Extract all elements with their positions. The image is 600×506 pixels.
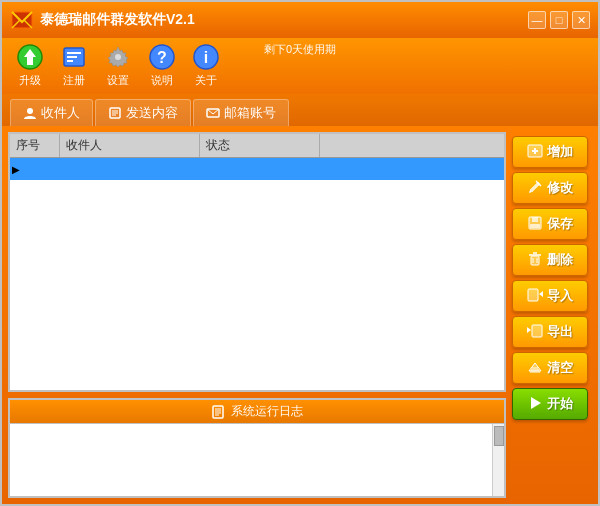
title-bar: 泰德瑞邮件群发软件V2.1 — □ ✕ (2, 2, 598, 38)
tab-mailbox[interactable]: 邮箱账号 (193, 99, 289, 126)
add-button[interactable]: 增加 (512, 136, 588, 168)
delete-label: 删除 (547, 251, 573, 269)
window-controls: — □ ✕ (528, 11, 590, 29)
settings-toolbar-btn[interactable]: 设置 (98, 41, 138, 90)
import-button[interactable]: 导入 (512, 280, 588, 312)
edit-icon (527, 179, 543, 198)
export-icon (527, 323, 543, 342)
col-seq: 序号 (10, 134, 60, 157)
edit-button[interactable]: 修改 (512, 172, 588, 204)
clear-button[interactable]: 清空 (512, 352, 588, 384)
close-button[interactable]: ✕ (572, 11, 590, 29)
svg-marker-39 (539, 291, 543, 297)
row-indicator: ▶ (10, 158, 22, 180)
svg-rect-33 (531, 256, 539, 265)
about-icon: i (192, 43, 220, 71)
log-scrollbar[interactable] (492, 424, 504, 496)
trial-text: 剩下0天使用期 (264, 42, 336, 57)
tab-recipients-label: 收件人 (41, 104, 80, 122)
content-icon (108, 106, 122, 120)
svg-rect-7 (67, 56, 77, 58)
main-window: 泰德瑞邮件群发软件V2.1 — □ ✕ 剩下0天使用期 升级 (0, 0, 600, 506)
log-container: 系统运行日志 (8, 398, 506, 498)
tab-content[interactable]: 发送内容 (95, 99, 191, 126)
svg-marker-42 (527, 327, 531, 333)
register-label: 注册 (63, 73, 85, 88)
svg-rect-31 (532, 217, 538, 222)
help-label: 说明 (151, 73, 173, 88)
about-toolbar-btn[interactable]: i 关于 (186, 41, 226, 90)
toolbar: 剩下0天使用期 升级 注册 (2, 38, 598, 94)
clear-label: 清空 (547, 359, 573, 377)
svg-text:?: ? (157, 49, 167, 66)
log-body[interactable] (10, 424, 504, 496)
svg-point-10 (115, 54, 121, 60)
tab-content-label: 发送内容 (126, 104, 178, 122)
main-content: 序号 收件人 状态 ▶ (2, 126, 598, 504)
left-panel: 序号 收件人 状态 ▶ (8, 132, 506, 498)
recipients-icon (23, 106, 37, 120)
svg-rect-41 (532, 325, 542, 337)
log-title: 系统运行日志 (231, 403, 303, 420)
import-label: 导入 (547, 287, 573, 305)
register-icon (60, 43, 88, 71)
export-label: 导出 (547, 323, 573, 341)
save-label: 保存 (547, 215, 573, 233)
start-label: 开始 (547, 395, 573, 413)
svg-text:i: i (204, 49, 208, 66)
svg-rect-6 (67, 52, 81, 54)
start-icon (527, 395, 543, 414)
maximize-button[interactable]: □ (550, 11, 568, 29)
settings-label: 设置 (107, 73, 129, 88)
about-label: 关于 (195, 73, 217, 88)
recipients-table: 序号 收件人 状态 ▶ (8, 132, 506, 392)
add-icon (527, 143, 543, 162)
import-icon (527, 287, 543, 306)
delete-button[interactable]: 删除 (512, 244, 588, 276)
tab-bar: 收件人 发送内容 邮箱账号 (2, 94, 598, 126)
help-icon: ? (148, 43, 176, 71)
upgrade-icon (16, 43, 44, 71)
table-body[interactable]: ▶ (10, 158, 504, 390)
help-toolbar-btn[interactable]: ? 说明 (142, 41, 182, 90)
svg-rect-8 (67, 60, 73, 62)
settings-icon (104, 43, 132, 71)
minimize-button[interactable]: — (528, 11, 546, 29)
svg-rect-32 (530, 224, 540, 228)
svg-marker-46 (531, 397, 541, 409)
log-icon (211, 405, 225, 419)
app-title: 泰德瑞邮件群发软件V2.1 (40, 11, 528, 29)
col-recipient: 收件人 (60, 134, 200, 157)
upgrade-toolbar-btn[interactable]: 升级 (10, 41, 50, 90)
upgrade-label: 升级 (19, 73, 41, 88)
svg-point-15 (27, 108, 33, 114)
register-toolbar-btn[interactable]: 注册 (54, 41, 94, 90)
tab-recipients[interactable]: 收件人 (10, 99, 93, 126)
clear-icon (527, 359, 543, 378)
export-button[interactable]: 导出 (512, 316, 588, 348)
delete-icon (527, 251, 543, 270)
tab-mailbox-label: 邮箱账号 (224, 104, 276, 122)
add-label: 增加 (547, 143, 573, 161)
save-icon (527, 215, 543, 234)
app-logo (10, 8, 34, 32)
action-panel: 增加 修改 (512, 132, 592, 498)
save-button[interactable]: 保存 (512, 208, 588, 240)
table-header: 序号 收件人 状态 (10, 134, 504, 158)
svg-rect-21 (213, 406, 223, 418)
edit-label: 修改 (547, 179, 573, 197)
log-header: 系统运行日志 (10, 400, 504, 424)
svg-rect-38 (528, 289, 538, 301)
col-status: 状态 (200, 134, 320, 157)
table-row[interactable]: ▶ (10, 158, 504, 180)
mailbox-icon (206, 106, 220, 120)
log-scroll-thumb[interactable] (494, 426, 504, 446)
start-button[interactable]: 开始 (512, 388, 588, 420)
